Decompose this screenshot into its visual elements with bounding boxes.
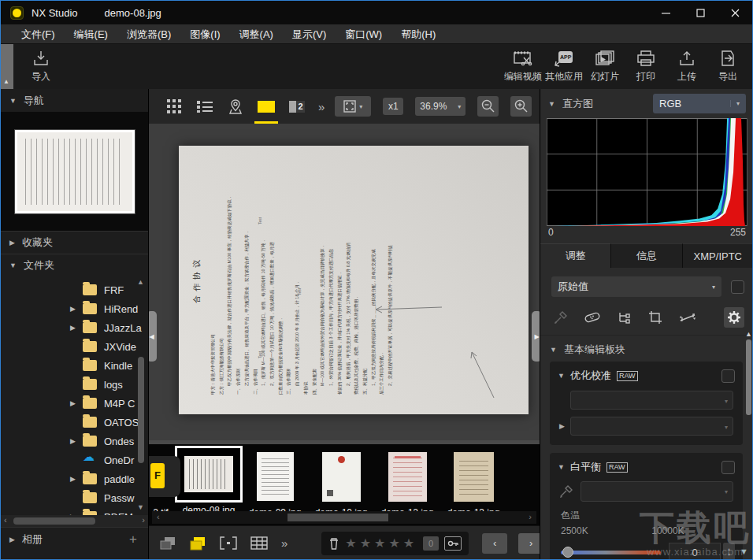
zoom-in-button[interactable] bbox=[510, 96, 532, 117]
folder-tree-item[interactable]: ▶ Passw bbox=[1, 488, 148, 507]
minimize-button[interactable] bbox=[648, 1, 683, 24]
folders-section-header[interactable]: ▼ 文件夹 bbox=[1, 254, 148, 276]
toolbar-collapse-handle[interactable]: ▲ bbox=[1, 44, 13, 89]
menu-item[interactable]: 窗口(W) bbox=[336, 24, 391, 44]
folder-tree-horizontal-scrollbar[interactable]: ‹ › bbox=[1, 515, 148, 527]
scroll-up-icon[interactable]: ▲ bbox=[137, 278, 144, 286]
more-modes-button[interactable]: » bbox=[281, 536, 286, 550]
scrollbar-thumb[interactable] bbox=[746, 339, 751, 415]
folder-tree-item[interactable]: ▶ HiRend bbox=[1, 299, 148, 318]
slideshow-button[interactable]: 幻灯片 bbox=[585, 44, 625, 89]
single-image-view-button[interactable] bbox=[257, 96, 276, 117]
tab-xmp-iptc[interactable]: XMP/IPTC bbox=[683, 243, 753, 268]
histogram-header[interactable]: ▼ 直方图 RGB ▾ bbox=[540, 89, 753, 118]
navigation-thumbnail[interactable] bbox=[15, 130, 135, 213]
scrollbar-thumb[interactable] bbox=[13, 517, 95, 525]
filmstrip-thumbnail[interactable]: demo-12.jpg bbox=[374, 444, 440, 518]
channel-select[interactable]: RGB ▾ bbox=[653, 94, 746, 113]
menu-item[interactable]: 调整(A) bbox=[230, 24, 283, 44]
print-button[interactable]: 打印 bbox=[626, 44, 666, 89]
crop-icon[interactable] bbox=[648, 310, 662, 325]
favorites-section-header[interactable]: ▶ 收藏夹 bbox=[1, 231, 148, 254]
menu-item[interactable]: 图像(I) bbox=[180, 24, 229, 44]
discard-trash-icon[interactable] bbox=[328, 537, 339, 550]
folder-tree-vertical-scrollbar[interactable]: ▲ ▼ bbox=[136, 278, 146, 511]
filmstrip-thumbnail[interactable]: 2.tif bbox=[149, 444, 176, 518]
picture-control-sub-select[interactable]: ▾ bbox=[570, 417, 733, 436]
gray-point-eyedropper-icon[interactable] bbox=[559, 484, 573, 499]
other-apps-button[interactable]: APP 其他应用 bbox=[544, 44, 584, 89]
maximize-button[interactable] bbox=[683, 1, 718, 24]
picture-control-select[interactable]: ▾ bbox=[570, 391, 733, 410]
settings-gear-button[interactable] bbox=[724, 307, 744, 328]
nav-section-header[interactable]: ▼ 导航 bbox=[1, 89, 148, 112]
scrollbar-thumb[interactable] bbox=[138, 357, 144, 463]
folder-tree-item[interactable]: ▶ JXVide bbox=[1, 337, 148, 356]
picture-control-header[interactable]: ▼ 优化校准 RAW bbox=[558, 369, 735, 383]
scroll-down-icon[interactable]: ▼ bbox=[137, 503, 144, 511]
image-viewer[interactable]: 合作协议 甲方：香港大中华投资管理公司乙方：镇江万海能源有限公司 甲乙双方根据中… bbox=[149, 124, 540, 440]
folder-tree-item[interactable]: ▶ OneDr bbox=[1, 451, 148, 469]
folder-tree-item[interactable]: ▶ paddle bbox=[1, 469, 148, 488]
folder-tree-item[interactable]: ▶ OATOS bbox=[1, 413, 148, 432]
straighten-icon[interactable] bbox=[679, 311, 696, 324]
folder-tree-item[interactable]: ▶ Ondes bbox=[1, 432, 148, 451]
fit-to-screen-button[interactable]: ▾ bbox=[335, 96, 371, 117]
folder-tree-item[interactable]: ▶ logs bbox=[1, 375, 148, 394]
map-view-button[interactable] bbox=[226, 96, 245, 117]
slider-thumb[interactable] bbox=[562, 547, 573, 558]
single-thumbnail-mode-button[interactable] bbox=[160, 536, 176, 550]
scroll-left-icon[interactable]: ‹ bbox=[157, 512, 160, 521]
folder-tree-item[interactable]: ▶ JJazzLa bbox=[1, 318, 148, 337]
basic-edit-section-header[interactable]: ▼ 基本编辑板块 bbox=[548, 339, 746, 360]
versions-tree-icon[interactable] bbox=[617, 311, 632, 325]
menu-item[interactable]: 显示(V) bbox=[283, 24, 336, 44]
expand-chevron-icon[interactable]: ▶ bbox=[70, 475, 80, 483]
upload-button[interactable]: 上传 bbox=[667, 44, 707, 89]
chevron-right-icon[interactable]: ▶ bbox=[559, 422, 570, 430]
scrollbar-thumb[interactable] bbox=[287, 514, 388, 521]
collapse-left-panel-handle[interactable]: ◀ bbox=[149, 311, 157, 362]
more-view-options-button[interactable]: » bbox=[318, 100, 323, 113]
filmstrip-thumbnail[interactable]: demo-09.jpg bbox=[242, 444, 308, 518]
folder-tree-item[interactable]: ▶ FRF bbox=[1, 280, 148, 299]
scroll-more-icon[interactable]: ▼ bbox=[740, 547, 748, 556]
zoom-level-select[interactable]: 36.9% ▾ bbox=[415, 97, 466, 116]
retouch-brush-icon[interactable] bbox=[584, 311, 600, 324]
filmstrip-scrollbar[interactable]: ‹ › bbox=[152, 511, 536, 524]
white-balance-select[interactable]: ▾ bbox=[581, 481, 733, 502]
picture-control-checkbox[interactable] bbox=[721, 369, 735, 383]
list-view-button[interactable] bbox=[195, 96, 214, 117]
zoom-1to1-button[interactable]: x1 bbox=[383, 98, 403, 115]
scroll-left-icon[interactable]: ‹ bbox=[4, 515, 7, 525]
zoom-out-button[interactable] bbox=[477, 96, 499, 117]
protect-key-icon[interactable] bbox=[444, 536, 462, 551]
expand-chevron-icon[interactable]: ▶ bbox=[70, 399, 80, 407]
expand-chevron-icon[interactable]: ▶ bbox=[70, 437, 80, 445]
panel-vertical-scrollbar[interactable]: ▲ bbox=[745, 332, 752, 555]
star-rating[interactable]: ★★★★★ bbox=[345, 537, 417, 550]
menu-item[interactable]: 文件(F) bbox=[12, 24, 65, 44]
menu-item[interactable]: 编辑(E) bbox=[65, 24, 117, 44]
scroll-right-icon[interactable]: › bbox=[142, 515, 145, 525]
preset-checkbox[interactable] bbox=[731, 280, 744, 294]
previous-image-button[interactable]: ‹ bbox=[482, 533, 507, 554]
temperature-stepper[interactable]: ▴▾ bbox=[723, 543, 735, 560]
close-button[interactable] bbox=[718, 1, 752, 24]
compare-view-button[interactable]: 2 bbox=[287, 96, 306, 117]
collapse-right-panel-handle[interactable]: ▶ bbox=[532, 311, 540, 362]
fullscreen-mode-button[interactable] bbox=[220, 536, 237, 550]
white-balance-checkbox[interactable] bbox=[721, 461, 735, 474]
folder-tree-item[interactable]: ▶ Kindle bbox=[1, 356, 148, 375]
sample-point-icon[interactable] bbox=[553, 310, 568, 325]
import-button[interactable]: 导入 bbox=[21, 44, 61, 89]
folder-tree-item[interactable]: ▶ M4P C bbox=[1, 394, 148, 413]
adjustment-preset-select[interactable]: 原始值 ▾ bbox=[551, 276, 721, 297]
albums-section-header[interactable]: ▶ 相册 + bbox=[1, 527, 148, 551]
expand-chevron-icon[interactable]: ▶ bbox=[70, 324, 80, 332]
temperature-slider[interactable] bbox=[561, 551, 661, 554]
tab-adjustments[interactable]: 调整 bbox=[540, 243, 611, 268]
filmstrip-thumbnail[interactable]: demo-10.jpg bbox=[308, 444, 374, 518]
add-album-button[interactable]: + bbox=[129, 532, 137, 547]
filmstrip-thumbnail[interactable]: demo-13.jpg bbox=[440, 444, 506, 518]
